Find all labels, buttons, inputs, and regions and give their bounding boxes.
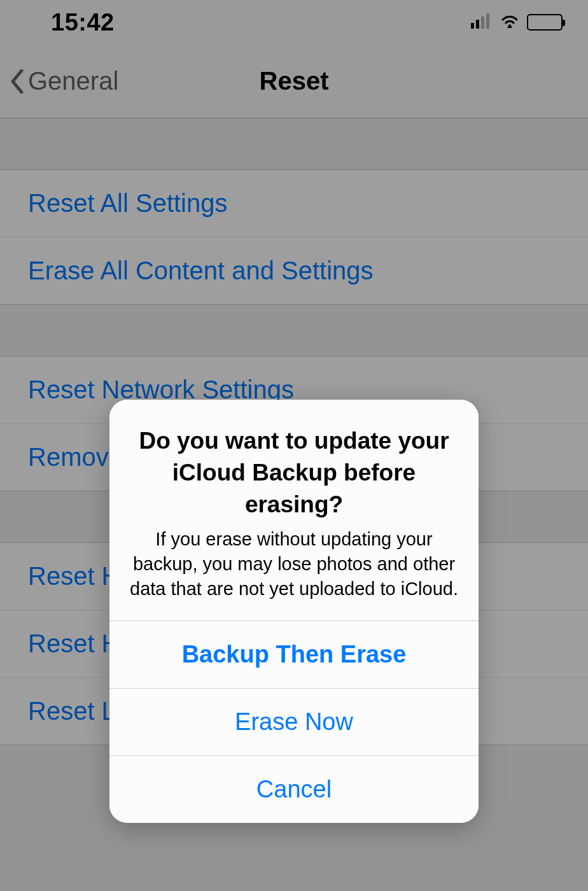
dialog-message: If you erase without updating your backu…: [127, 527, 461, 601]
dialog-title: Do you want to update your iCloud Backup…: [127, 425, 461, 521]
dialog-body: Do you want to update your iCloud Backup…: [109, 400, 479, 621]
confirmation-dialog: Do you want to update your iCloud Backup…: [109, 400, 479, 823]
cancel-button[interactable]: Cancel: [109, 755, 479, 823]
erase-now-button[interactable]: Erase Now: [109, 688, 479, 755]
backup-then-erase-button[interactable]: Backup Then Erase: [109, 621, 479, 688]
